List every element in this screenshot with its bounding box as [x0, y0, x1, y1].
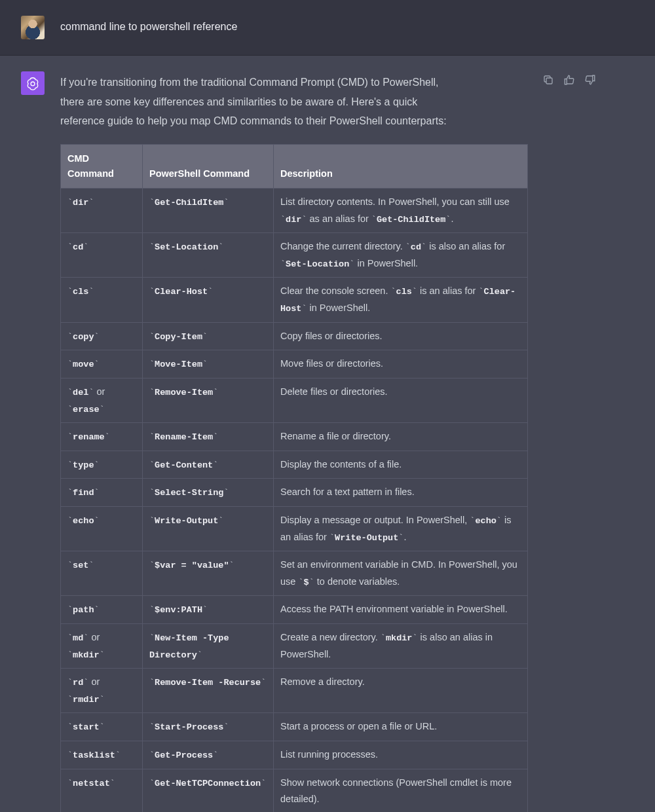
text-span: Copy files or directories. [280, 331, 383, 341]
cell-desc: Display a message or output. In PowerShe… [274, 507, 528, 551]
table-row: netstatGet-NetTCPConnectionShow network … [61, 769, 528, 812]
cell-ps: New-Item -Type Directory [143, 623, 274, 668]
cell-desc: List directory contents. In PowerShell, … [274, 189, 528, 233]
text-span: Change the current directory. [280, 241, 405, 251]
table-row: findSelect-StringSearch for a text patte… [61, 479, 528, 507]
cell-cmd: del or erase [61, 378, 143, 422]
thumbs-down-icon[interactable] [584, 74, 596, 86]
cell-cmd: netstat [61, 769, 143, 812]
text-span: to denote variables. [314, 576, 400, 587]
table-header-cmd: CMD Command [61, 144, 143, 188]
inline-code: mkdir [381, 633, 418, 643]
text-span: or [88, 676, 100, 687]
inline-code: Remove-Item [149, 388, 218, 397]
cell-ps: Copy-Item [143, 322, 274, 350]
inline-code: Write-Output [329, 533, 403, 543]
text-span: Access the PATH environment variable in … [280, 604, 508, 614]
text-span: Create a new directory. [280, 632, 381, 642]
cell-ps: Write-Output [143, 507, 274, 551]
text-span: Clear the console screen. [280, 286, 390, 296]
inline-code: erase [67, 405, 105, 415]
inline-code: Get-NetTCPConnection [149, 779, 266, 788]
text-span: Remove a directory. [280, 676, 365, 687]
inline-code: cd [405, 242, 426, 252]
text-span: Search for a text pattern in files. [280, 487, 415, 497]
user-avatar [21, 16, 45, 39]
text-span: Display a message or output. In PowerShe… [280, 515, 470, 525]
text-span: Display the contents of a file. [280, 459, 402, 470]
table-row: moveMove-ItemMove files or directories. [61, 350, 528, 378]
inline-code: type [67, 460, 100, 470]
cell-desc: Set an environment variable in CMD. In P… [274, 551, 528, 596]
cell-cmd: start [61, 713, 143, 741]
table-row: copyCopy-ItemCopy files or directories. [61, 322, 528, 350]
inline-code: Start-Process [149, 722, 229, 732]
cell-ps: Clear-Host [143, 278, 274, 322]
text-span: Show network connections (PowerShell cmd… [280, 777, 512, 804]
inline-code: Set-Location [149, 242, 223, 252]
inline-code: $var = "value" [149, 561, 234, 570]
cell-cmd: echo [61, 507, 143, 551]
assistant-intro-text: If you're transitioning from the traditi… [60, 71, 460, 131]
inline-code: mkdir [67, 650, 105, 660]
inline-code: rmdir [67, 695, 105, 705]
table-row: dirGet-ChildItemList directory contents.… [61, 189, 528, 233]
inline-code: find [67, 488, 100, 498]
cell-cmd: dir [61, 189, 143, 233]
inline-code: Get-Process [149, 750, 218, 760]
inline-code: Get-ChildItem [149, 198, 229, 208]
cell-ps: Get-Process [143, 741, 274, 769]
copy-icon[interactable] [542, 74, 554, 86]
inline-code: Select-String [149, 488, 229, 498]
table-header-desc: Description [274, 144, 528, 188]
inline-code: Copy-Item [149, 332, 208, 342]
inline-code: rename [67, 432, 110, 442]
text-span: List directory contents. In PowerShell, … [280, 196, 510, 207]
table-row: echoWrite-OutputDisplay a message or out… [61, 507, 528, 551]
user-message-content: command line to powershell reference [60, 16, 532, 39]
text-span: in PowerShell. [354, 258, 418, 268]
table-row: clsClear-HostClear the console screen. c… [61, 278, 528, 322]
cell-ps: $env:PATH [143, 596, 274, 624]
cell-desc: Start a process or open a file or URL. [274, 713, 528, 741]
assistant-message-row: If you're transitioning from the traditi… [0, 56, 655, 812]
inline-code: dir [67, 198, 94, 208]
inline-code: rd [67, 678, 88, 688]
table-row: del or eraseRemove-ItemDelete files or d… [61, 378, 528, 422]
cell-desc: Remove a directory. [274, 669, 528, 713]
inline-code: Set-Location [280, 259, 354, 269]
inline-code: $ [298, 578, 314, 587]
inline-code: path [67, 605, 100, 615]
command-reference-table: CMD Command PowerShell Command Descripti… [60, 144, 528, 812]
cell-cmd: move [61, 350, 143, 378]
inline-code: $env:PATH [149, 605, 208, 615]
inline-code: dir [280, 215, 307, 225]
cell-cmd: cls [61, 278, 143, 322]
cell-desc: Access the PATH environment variable in … [274, 596, 528, 624]
inline-code: del [67, 388, 94, 397]
thumbs-up-icon[interactable] [563, 74, 575, 86]
cell-cmd: copy [61, 322, 143, 350]
inline-code: start [67, 722, 105, 732]
text-span: Rename a file or directory. [280, 431, 391, 441]
table-row: md or mkdirNew-Item -Type DirectoryCreat… [61, 623, 528, 668]
table-row: typeGet-ContentDisplay the contents of a… [61, 451, 528, 479]
text-span: Start a process or open a file or URL. [280, 721, 437, 731]
assistant-message-content: If you're transitioning from the traditi… [60, 71, 532, 812]
cell-desc: List running processes. [274, 741, 528, 769]
user-message-text: command line to powershell reference [60, 16, 414, 35]
text-span: as an alias for [307, 213, 371, 224]
cell-ps: Get-ChildItem [143, 189, 274, 233]
cell-cmd: type [61, 451, 143, 479]
text-span: or [94, 386, 105, 397]
cell-cmd: cd [61, 233, 143, 278]
cell-desc: Create a new directory. mkdir is also an… [274, 623, 528, 668]
cell-desc: Display the contents of a file. [274, 451, 528, 479]
inline-code: netstat [67, 779, 115, 788]
text-span: is an alias for [417, 286, 479, 296]
cell-cmd: rename [61, 423, 143, 451]
text-span: or [88, 632, 100, 642]
inline-code: Rename-Item [149, 432, 218, 442]
text-span: is also an alias for [426, 241, 505, 251]
table-header-row: CMD Command PowerShell Command Descripti… [61, 144, 528, 188]
